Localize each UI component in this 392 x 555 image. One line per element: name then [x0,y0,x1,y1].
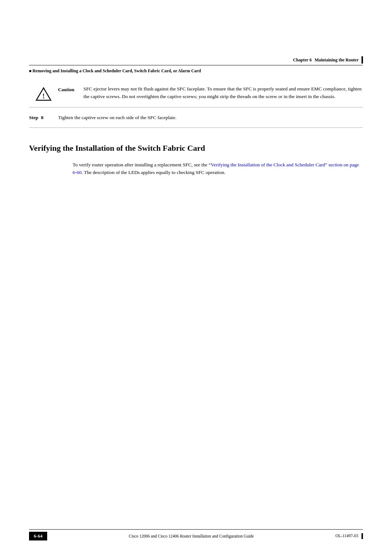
caution-text: SFC ejector levers may not fit flush aga… [83,85,363,101]
step-label: Step 8 [29,114,58,121]
caution-label: Caution [58,85,83,93]
header-divider [362,56,363,64]
step-block: Step 8 Tighten the captive screw on each… [29,114,363,128]
step-body-text: Tighten the captive screw on each side o… [58,115,176,120]
footer-doc-number-text: OL-11497-03 [335,534,358,538]
footer-doc-title: Cisco 12006 and Cisco 12406 Router Insta… [47,534,335,538]
page: Chapter 6 Maintaining the Router Removin… [0,0,392,555]
caution-block: ! Caution SFC ejector levers may not fit… [29,85,363,108]
step-text: Tighten the captive screw on each side o… [58,114,363,122]
header-line: Chapter 6 Maintaining the Router [29,56,363,65]
body-after-link-text: . The description of the LEDs applies eq… [82,170,225,175]
chapter-title-text: Maintaining the Router [315,57,359,63]
page-header: Chapter 6 Maintaining the Router Removin… [0,56,392,74]
page-footer: 6-64 Cisco 12006 and Cisco 12406 Router … [0,529,392,540]
caution-triangle-icon: ! [36,87,52,101]
footer-top-line [29,529,363,530]
header-chapter-label: Chapter 6 [293,57,311,63]
section-heading-text: Removing and Installing a Clock and Sche… [32,68,201,73]
section-title-text: Verifying the Installation of the Switch… [29,143,205,153]
footer-doc-num-bar [362,533,363,539]
caution-label-text: Caution [58,87,74,92]
step-number-text: 8 [41,115,44,120]
body-before-link-text: To verify router operation after install… [73,162,211,167]
page-number: 6-64 [29,532,47,540]
main-content: ! Caution SFC ejector levers may not fit… [29,78,363,177]
footer-content: 6-64 Cisco 12006 and Cisco 12406 Router … [29,532,363,540]
step-label-text: Step [29,115,38,120]
section-title: Verifying the Installation of the Switch… [29,143,363,154]
caution-body-text: SFC ejector levers may not fit flush aga… [83,86,362,99]
body-paragraph: To verify router operation after install… [73,161,363,177]
caution-icon-col: ! [29,85,58,101]
footer-doc-number: OL-11497-03 [335,533,363,539]
svg-text:!: ! [42,93,45,100]
section-heading: Removing and Installing a Clock and Sche… [29,68,363,74]
chapter-label-text: Chapter 6 [293,57,311,62]
